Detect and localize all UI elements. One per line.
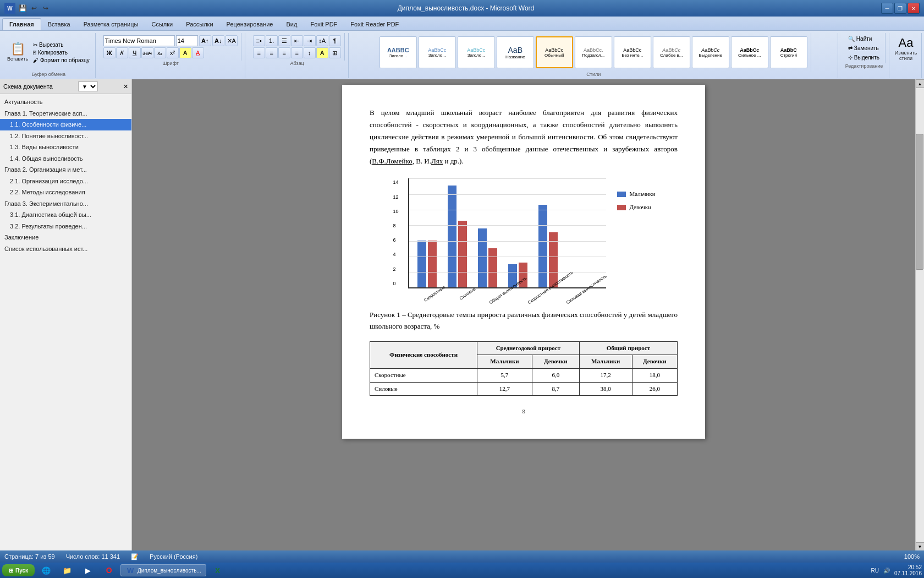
minimize-btn[interactable]: ─	[881, 3, 893, 14]
font-color-btn[interactable]: A	[192, 47, 204, 58]
tab-page-layout[interactable]: Разметка страницы	[77, 18, 145, 30]
start-btn[interactable]: ⊞ Пуск	[2, 564, 35, 576]
copy-btn[interactable]: ⎘ Копировать	[31, 49, 92, 56]
tab-foxit-reader[interactable]: Foxit Reader PDF	[344, 18, 405, 30]
para-section: ≡• 1. ☰ ⇤ ⇥ ↕A ¶ ≡ ≡ ≡ ≡ ↕ A ⊞	[250, 33, 345, 61]
edit-group: 🔍 Найти ⇄ Заменить ⊹ Выделить Редактиров…	[839, 33, 889, 78]
superscript-btn[interactable]: x²	[167, 47, 179, 58]
restore-btn[interactable]: ❐	[894, 3, 906, 14]
sidebar-item-glava3[interactable]: Глава 3. Экспериментально...	[0, 198, 131, 210]
sidebar-item-aktualnost[interactable]: Актуальность	[0, 96, 131, 108]
sidebar-item-1-2[interactable]: 1.2. Понятие выносливост...	[0, 130, 131, 142]
taskbar-folder-btn[interactable]: 📁	[58, 564, 76, 576]
style-normal[interactable]: AaBbCc Обычный	[536, 36, 573, 68]
font-grow-btn[interactable]: A↑	[199, 35, 211, 46]
cut-label: Вырезать	[39, 42, 63, 48]
scroll-track[interactable]	[916, 88, 924, 542]
close-btn[interactable]: ✕	[908, 3, 920, 14]
bullets-btn[interactable]: ≡•	[253, 35, 265, 46]
clock: 20:52 07.11.2016	[894, 564, 922, 576]
taskbar-media-btn[interactable]: ▶	[79, 564, 97, 576]
sidebar-item-2-2[interactable]: 2.2. Методы исследования	[0, 187, 131, 198]
numbering-btn[interactable]: 1.	[266, 35, 278, 46]
font-size-input[interactable]	[176, 35, 198, 46]
sidebar-item-sources[interactable]: Список использованных ист...	[0, 243, 131, 255]
decrease-indent-btn[interactable]: ⇤	[291, 35, 303, 46]
author-link-1[interactable]: В.Ф.Ломейко	[372, 157, 412, 165]
redo-qa-btn[interactable]: ↪	[41, 3, 51, 13]
increase-indent-btn[interactable]: ⇥	[304, 35, 316, 46]
replace-btn[interactable]: ⇄ Заменить	[846, 45, 882, 52]
bold-btn[interactable]: Ж	[103, 47, 116, 58]
style-heading3[interactable]: AaBbCc Заголо...	[458, 36, 495, 68]
style-strong[interactable]: AaBbCc Сильное ...	[731, 36, 768, 68]
taskbar-opera-btn[interactable]: O	[100, 564, 118, 576]
tab-view[interactable]: Вид	[280, 18, 304, 30]
style-strict[interactable]: AaBbC Строгий	[770, 36, 807, 68]
italic-btn[interactable]: К	[116, 47, 128, 58]
style-title[interactable]: AaB Название	[497, 36, 534, 68]
page-number: 8	[370, 407, 678, 417]
sidebar-item-1-3[interactable]: 1.3. Виды выносливости	[0, 141, 131, 153]
line-spacing-btn[interactable]: ↕	[304, 47, 316, 58]
strikethrough-btn[interactable]: зач	[141, 47, 153, 58]
clear-format-btn[interactable]: ✕A	[226, 35, 238, 46]
sidebar-select[interactable]: ▼	[78, 81, 98, 91]
save-qa-btn[interactable]: 💾	[18, 3, 28, 13]
font-name-input[interactable]	[103, 35, 175, 46]
show-marks-btn[interactable]: ¶	[329, 35, 341, 46]
style-no-spacing[interactable]: AaBbCc Без инте...	[614, 36, 651, 68]
sidebar-item-glava2[interactable]: Глава 2. Организация и мет...	[0, 164, 131, 176]
tab-mailings[interactable]: Рассылки	[179, 18, 219, 30]
chart-box	[408, 178, 606, 288]
tab-foxit-pdf[interactable]: Foxit PDF	[304, 18, 344, 30]
multilevel-btn[interactable]: ☰	[278, 35, 290, 46]
align-right-btn[interactable]: ≡	[278, 47, 290, 58]
style-heading1[interactable]: ААВBC Заголо...	[380, 36, 417, 68]
cell-annual-boys-1: 5,7	[477, 369, 532, 383]
highlight-btn[interactable]: A	[179, 47, 191, 58]
sidebar-item-2-1[interactable]: 2.1. Организация исследо...	[0, 176, 131, 187]
subscript-btn[interactable]: x₂	[154, 47, 166, 58]
taskbar-excel-btn[interactable]: X	[208, 564, 227, 576]
sidebar-item-3-2[interactable]: 3.2. Результаты проведен...	[0, 221, 131, 232]
sidebar-item-glava1[interactable]: Глава 1. Теоретические асп...	[0, 108, 131, 119]
sidebar-item-1-1[interactable]: 1.1. Особенности физиче...	[0, 119, 131, 130]
align-center-btn[interactable]: ≡	[266, 47, 278, 58]
font-shrink-btn[interactable]: A↓	[212, 35, 224, 46]
scroll-thumb[interactable]	[916, 134, 923, 270]
undo-qa-btn[interactable]: ↩	[29, 3, 39, 13]
sidebar-item-1-4[interactable]: 1.4. Общая выносливость	[0, 153, 131, 165]
paste-btn[interactable]: 📋 Вставить	[6, 36, 30, 68]
style-heading2[interactable]: AaBbCc Заголо...	[419, 36, 456, 68]
scroll-up-btn[interactable]: ▲	[916, 79, 925, 88]
tab-review[interactable]: Рецензирование	[220, 18, 280, 30]
find-btn[interactable]: 🔍 Найти	[846, 35, 882, 42]
tab-insert[interactable]: Вставка	[41, 18, 77, 30]
sort-btn[interactable]: ↕A	[316, 35, 328, 46]
cut-btn[interactable]: ✂ Вырезать	[31, 41, 92, 48]
shading-btn[interactable]: A	[316, 47, 328, 58]
change-styles-btn[interactable]: Aa Изменить стили	[894, 33, 918, 65]
underline-btn[interactable]: Ч	[129, 47, 141, 58]
close-sidebar-btn[interactable]: ✕	[123, 83, 128, 90]
select-btn[interactable]: ⊹ Выделить	[846, 54, 882, 61]
justify-btn[interactable]: ≡	[291, 47, 303, 58]
author-link-2[interactable]: Лях	[431, 157, 443, 165]
borders-btn[interactable]: ⊞	[329, 47, 341, 58]
scroll-down-btn[interactable]: ▼	[916, 542, 925, 551]
align-left-btn[interactable]: ≡	[253, 47, 265, 58]
style-emphasis[interactable]: AaBbCc Выделение	[692, 36, 729, 68]
tab-references[interactable]: Ссылки	[145, 18, 179, 30]
style-subtitle[interactable]: AaBbCc. Подзагол...	[575, 36, 612, 68]
format-painter-btn[interactable]: 🖌 Формат по образцу	[31, 57, 92, 64]
sidebar-item-zakl[interactable]: Заключение	[0, 232, 131, 243]
chart-y-axis: 14 12 10 8 6 4 2 0	[393, 178, 398, 287]
document-area[interactable]: В целом младший школьный возраст наиболе…	[132, 79, 915, 551]
taskbar-explorer-btn[interactable]: 🌐	[37, 564, 56, 576]
style-subtle-emph[interactable]: AaBbCc Слабое в...	[653, 36, 690, 68]
vertical-scrollbar[interactable]: ▲ ▼	[915, 79, 924, 551]
sidebar-item-3-1[interactable]: 3.1. Диагностика общей вы...	[0, 209, 131, 221]
taskbar-word-btn[interactable]: W Диплом_выносливость...	[120, 564, 206, 576]
tab-home[interactable]: Главная	[2, 18, 41, 30]
